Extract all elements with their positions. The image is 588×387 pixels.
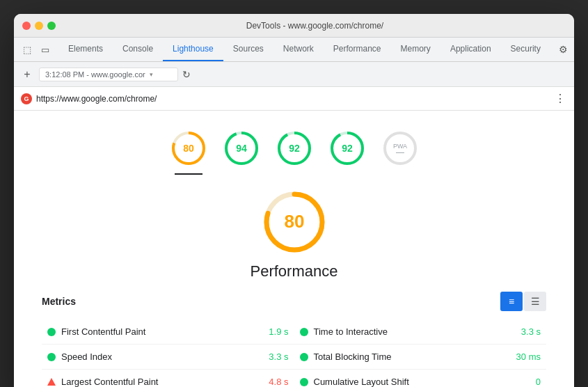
performance-section: 80 Performance bbox=[14, 180, 574, 292]
title-bar: DevTools - www.google.com/chrome/ bbox=[14, 14, 574, 38]
inspect-icon[interactable]: ⬚ bbox=[19, 42, 35, 57]
score-circle-accessibility[interactable]: 94 bbox=[222, 129, 261, 175]
metric-lcp-name: Largest Contentful Paint bbox=[61, 377, 263, 387]
score-circle-pwa[interactable]: PWA — bbox=[381, 129, 420, 175]
svg-text:—: — bbox=[396, 148, 404, 157]
metric-cls-name: Cumulative Layout Shift bbox=[314, 377, 530, 387]
metric-cls-value: 0 bbox=[536, 377, 541, 387]
main-content: 80 94 92 bbox=[14, 111, 574, 387]
score-circle-seo[interactable]: 92 bbox=[328, 129, 367, 175]
metric-fcp-value: 1.9 s bbox=[269, 326, 288, 337]
browser-window: DevTools - www.google.com/chrome/ ⬚ ▭ El… bbox=[14, 14, 574, 387]
metric-tti-name: Time to Interactive bbox=[314, 326, 516, 337]
metrics-grid: First Contentful Paint 1.9 s Time to Int… bbox=[42, 319, 546, 387]
metric-si-name: Speed Index bbox=[61, 352, 263, 362]
metric-tti-value: 3.3 s bbox=[521, 326, 541, 337]
new-tab-button[interactable]: + bbox=[19, 67, 35, 82]
metrics-header: Metrics ≡ ☰ bbox=[42, 292, 546, 311]
metric-lcp-indicator bbox=[47, 378, 56, 386]
metric-cls-indicator bbox=[300, 378, 308, 386]
devtools-tab-left-controls: ⬚ ▭ bbox=[14, 38, 58, 61]
settings-icon[interactable]: ⚙ bbox=[556, 42, 571, 57]
devtools-tab-right-controls: ⚙ ⋮ bbox=[550, 38, 574, 61]
tab-lighthouse[interactable]: Lighthouse bbox=[163, 38, 223, 61]
tab-memory[interactable]: Memory bbox=[391, 38, 440, 61]
svg-text:92: 92 bbox=[289, 143, 300, 154]
maximize-button[interactable] bbox=[47, 22, 56, 30]
metric-si-indicator bbox=[47, 353, 56, 361]
score-circle-best-practices[interactable]: 92 bbox=[275, 129, 314, 175]
svg-text:80: 80 bbox=[183, 143, 194, 154]
devtools-tab-bar: ⬚ ▭ Elements Console Lighthouse Sources … bbox=[14, 38, 574, 62]
device-icon[interactable]: ▭ bbox=[38, 42, 53, 57]
metrics-section: Metrics ≡ ☰ First Contentful Paint 1.9 s… bbox=[14, 292, 574, 387]
tab-sources[interactable]: Sources bbox=[223, 38, 273, 61]
address-bar: + 3:12:08 PM - www.google.cor ▾ ↻ bbox=[14, 62, 574, 87]
window-title: DevTools - www.google.com/chrome/ bbox=[64, 21, 566, 31]
devtools-tabs-list: Elements Console Lighthouse Sources Netw… bbox=[58, 38, 550, 61]
svg-text:92: 92 bbox=[342, 143, 353, 154]
svg-text:94: 94 bbox=[236, 143, 247, 154]
url-bar-more-icon[interactable]: ⋮ bbox=[553, 92, 567, 106]
metric-lcp: Largest Contentful Paint 4.8 s bbox=[42, 370, 294, 387]
tab-application[interactable]: Application bbox=[440, 38, 501, 61]
metric-tbt-name: Total Blocking Time bbox=[314, 352, 511, 362]
site-favicon: G bbox=[21, 93, 32, 104]
address-dropdown-icon: ▾ bbox=[150, 71, 153, 78]
refresh-icon[interactable]: ↻ bbox=[182, 69, 191, 80]
url-bar: G https://www.google.com/chrome/ ⋮ bbox=[14, 87, 574, 111]
current-url: https://www.google.com/chrome/ bbox=[36, 94, 549, 104]
metric-tbt-value: 30 ms bbox=[516, 352, 541, 362]
metric-fcp-indicator bbox=[47, 328, 56, 336]
metric-tti: Time to Interactive 3.3 s bbox=[294, 319, 547, 345]
minimize-button[interactable] bbox=[35, 22, 43, 30]
tab-console[interactable]: Console bbox=[113, 38, 163, 61]
address-field[interactable]: 3:12:08 PM - www.google.cor ▾ bbox=[39, 68, 178, 81]
metric-fcp-name: First Contentful Paint bbox=[61, 326, 263, 337]
metric-tbt-indicator bbox=[300, 353, 308, 361]
svg-text:80: 80 bbox=[284, 211, 304, 232]
metric-tbt: Total Blocking Time 30 ms bbox=[294, 345, 547, 370]
tab-security[interactable]: Security bbox=[501, 38, 550, 61]
close-button[interactable] bbox=[22, 22, 31, 30]
address-url: 3:12:08 PM - www.google.cor bbox=[45, 70, 145, 79]
tab-performance[interactable]: Performance bbox=[324, 38, 391, 61]
score-circles-row: 80 94 92 bbox=[14, 118, 574, 180]
metric-cls: Cumulative Layout Shift 0 bbox=[294, 370, 547, 387]
tab-network[interactable]: Network bbox=[273, 38, 324, 61]
toggle-grid-view[interactable]: ≡ bbox=[500, 292, 523, 311]
tab-elements[interactable]: Elements bbox=[58, 38, 113, 61]
metric-lcp-value: 4.8 s bbox=[269, 377, 288, 387]
view-toggle: ≡ ☰ bbox=[500, 292, 546, 311]
score-circle-performance[interactable]: 80 bbox=[169, 129, 208, 175]
metric-fcp: First Contentful Paint 1.9 s bbox=[42, 319, 294, 345]
metric-si: Speed Index 3.3 s bbox=[42, 345, 294, 370]
performance-label: Performance bbox=[251, 262, 338, 281]
metric-si-value: 3.3 s bbox=[269, 352, 288, 362]
large-score-ring: 80 bbox=[260, 187, 329, 257]
toggle-list-view[interactable]: ☰ bbox=[524, 292, 546, 311]
metrics-title: Metrics bbox=[42, 296, 76, 307]
traffic-lights bbox=[22, 22, 56, 30]
metric-tti-indicator bbox=[300, 328, 308, 336]
